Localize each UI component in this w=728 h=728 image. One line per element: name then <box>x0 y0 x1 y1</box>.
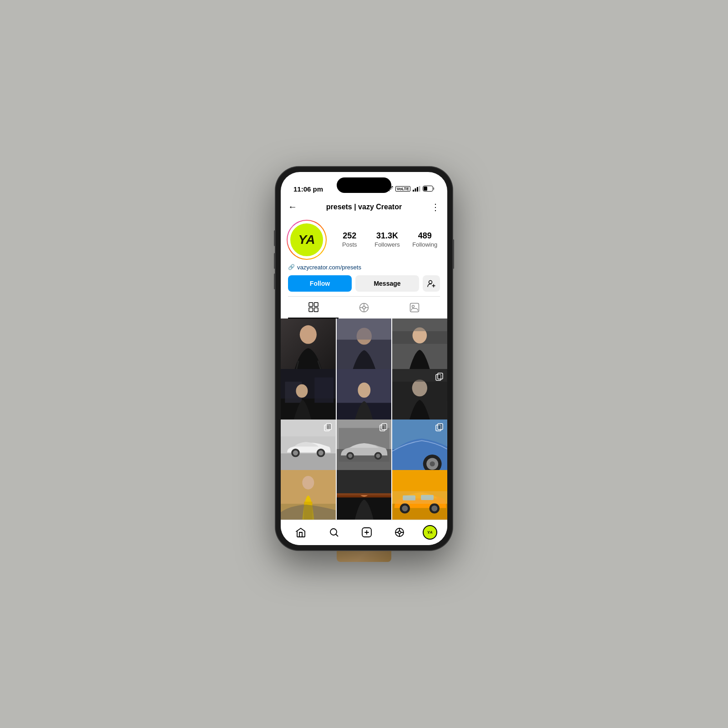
bnav-home[interactable] <box>291 522 311 542</box>
phone-screen: 11:06 pm VoLTE <box>281 172 447 545</box>
svg-rect-70 <box>438 424 443 430</box>
svg-rect-53 <box>326 424 331 430</box>
signal-icon <box>413 185 420 193</box>
svg-rect-0 <box>413 190 414 192</box>
svg-rect-78 <box>337 470 392 495</box>
svg-rect-11 <box>314 308 318 312</box>
dynamic-island <box>337 177 391 193</box>
svg-rect-26 <box>337 318 392 339</box>
svg-rect-8 <box>309 303 313 307</box>
grid-cell-9[interactable] <box>392 420 447 475</box>
bnav-add[interactable] <box>357 522 377 542</box>
svg-rect-5 <box>424 187 427 191</box>
grid-cell-10[interactable] <box>281 470 336 520</box>
avatar[interactable]: YA <box>289 222 324 258</box>
grid-cell-8[interactable] <box>337 420 392 475</box>
battery-icon <box>423 185 435 193</box>
svg-point-73 <box>302 475 314 489</box>
svg-rect-44 <box>438 373 443 379</box>
grid-cell-2[interactable] <box>337 318 392 374</box>
svg-rect-10 <box>309 308 313 312</box>
svg-rect-63 <box>382 424 387 430</box>
grid-cell-1[interactable] <box>281 318 336 374</box>
top-nav: ← presets | vazy Creator ⋮ <box>281 197 447 217</box>
tab-bar <box>288 296 440 318</box>
screen-content: ← presets | vazy Creator ⋮ YA <box>281 197 447 545</box>
grid-cell-6[interactable] <box>392 369 447 424</box>
avatar-container: YA <box>288 221 325 258</box>
svg-rect-88 <box>392 491 447 504</box>
svg-rect-2 <box>417 187 418 192</box>
link-text: vazycreator.com/presets <box>297 264 361 271</box>
posts-label: Posts <box>342 241 357 248</box>
svg-point-87 <box>432 505 438 511</box>
svg-point-35 <box>296 384 308 398</box>
volte-badge: VoLTE <box>395 186 410 192</box>
bnav-search[interactable] <box>324 522 344 542</box>
add-friend-button[interactable] <box>423 275 440 292</box>
svg-rect-3 <box>419 186 420 192</box>
svg-point-85 <box>402 505 408 511</box>
phone-shell: 11:06 pm VoLTE <box>275 167 453 551</box>
tab-reels[interactable] <box>339 297 389 318</box>
following-count: 489 <box>418 231 432 241</box>
svg-point-61 <box>376 454 380 458</box>
svg-point-19 <box>412 305 415 308</box>
tab-tagged[interactable] <box>389 297 440 318</box>
action-buttons: Follow Message <box>288 275 440 292</box>
svg-rect-30 <box>392 318 447 331</box>
avatar-logo: YA <box>298 233 315 247</box>
posts-grid <box>281 318 447 520</box>
svg-point-7 <box>429 280 432 283</box>
svg-point-68 <box>430 461 435 466</box>
avatar-ring: YA <box>287 220 327 260</box>
status-time: 11:06 pm <box>293 185 323 193</box>
stat-posts[interactable]: 252 Posts <box>334 231 365 248</box>
svg-point-39 <box>358 382 370 397</box>
svg-rect-6 <box>433 187 435 190</box>
grid-cell-4[interactable] <box>281 369 336 424</box>
posts-count: 252 <box>343 231 356 241</box>
svg-point-49 <box>293 450 298 455</box>
grid-cell-12[interactable] <box>392 470 447 520</box>
grid-cell-5[interactable] <box>337 369 392 424</box>
svg-point-92 <box>398 531 401 534</box>
svg-point-51 <box>318 450 324 455</box>
svg-rect-79 <box>337 493 392 497</box>
scene: 11:06 pm VoLTE <box>268 167 460 562</box>
followers-count: 31.3K <box>376 231 398 241</box>
following-label: Following <box>412 241 437 248</box>
more-button[interactable]: ⋮ <box>431 202 440 212</box>
stat-following[interactable]: 489 Following <box>410 231 440 248</box>
tab-grid[interactable] <box>288 297 339 318</box>
svg-point-13 <box>363 306 365 309</box>
profile-header: YA 252 Posts 31.3K <box>288 221 440 258</box>
message-button[interactable]: Message <box>355 275 419 292</box>
bnav-reels[interactable] <box>389 522 410 542</box>
profile-link[interactable]: 🔗 vazycreator.com/presets <box>288 264 440 271</box>
svg-point-59 <box>348 454 352 458</box>
follow-button[interactable]: Follow <box>288 275 352 292</box>
back-button[interactable]: ← <box>288 202 297 212</box>
bnav-profile[interactable]: YA <box>423 525 437 540</box>
grid-cell-7[interactable] <box>281 420 336 475</box>
svg-rect-1 <box>415 188 416 192</box>
profile-section: YA 252 Posts 31.3K <box>281 217 447 318</box>
followers-label: Followers <box>374 241 400 248</box>
stat-followers[interactable]: 31.3K Followers <box>372 231 403 248</box>
grid-cell-3[interactable] <box>392 318 447 374</box>
page-title: presets | vazy Creator <box>326 203 402 211</box>
status-icons: VoLTE <box>386 185 435 193</box>
svg-rect-34 <box>314 377 334 403</box>
bottom-nav: YA <box>281 520 447 545</box>
grid-cell-11[interactable] <box>337 470 392 520</box>
stats-container: 252 Posts 31.3K Followers 489 Following <box>334 231 440 248</box>
svg-rect-9 <box>314 303 318 307</box>
svg-point-41 <box>412 379 427 396</box>
link-icon: 🔗 <box>288 264 295 270</box>
svg-point-22 <box>300 325 317 344</box>
